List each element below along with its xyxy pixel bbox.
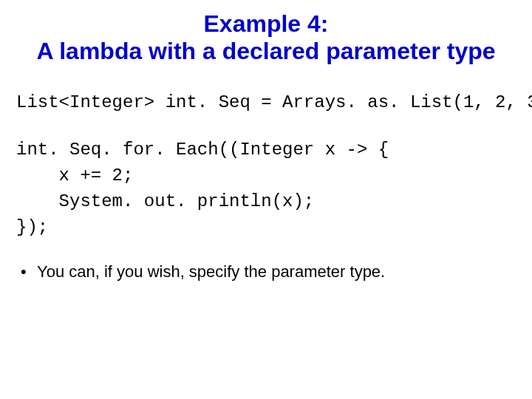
- slide: Example 4: A lambda with a declared para…: [0, 0, 532, 399]
- bullet-item: You can, if you wish, specify the parame…: [21, 262, 532, 283]
- code-line-declaration: List<Integer> int. Seq = Arrays. as. Lis…: [0, 90, 532, 116]
- title-line-2: A lambda with a declared parameter type: [0, 38, 532, 65]
- title-line-1: Example 4:: [0, 10, 532, 38]
- bullet-list: You can, if you wish, specify the parame…: [0, 262, 532, 283]
- slide-title: Example 4: A lambda with a declared para…: [0, 0, 532, 65]
- code-block-foreach: int. Seq. for. Each((Integer x -> { x +=…: [0, 137, 532, 240]
